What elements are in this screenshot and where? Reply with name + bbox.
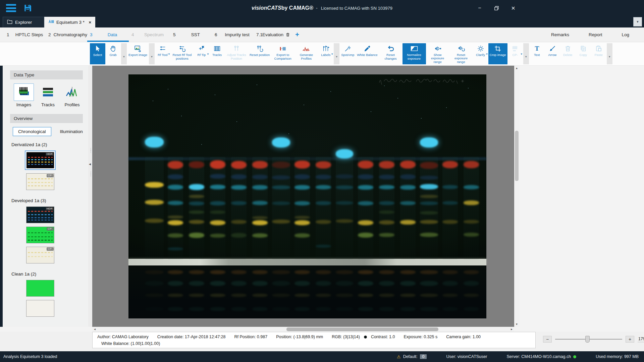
toolbar-button-labels[interactable]: Labels▼ [318,43,333,64]
toolbar-button-rf-tool[interactable]: Rf Tool▼ [155,43,170,64]
chevron-down-icon[interactable]: ▼ [331,53,333,56]
thumbnail[interactable]: HDR [25,150,56,170]
band [210,201,225,205]
close-button[interactable]: × [507,3,519,13]
toolbar-button-export-image[interactable]: Export image [127,43,149,64]
zoom-out-button[interactable]: − [543,336,552,343]
thumbnail[interactable]: CP- [26,247,54,263]
toolbar-overflow-dropdown[interactable]: ▼ [121,43,127,64]
toolbar-button-clarify[interactable]: Clarify▼ [473,43,488,64]
data-type-profiles[interactable]: Profiles [61,83,83,107]
chevron-down-icon[interactable]: ▼ [168,53,170,56]
thumbnail[interactable] [26,280,54,297]
band [145,281,164,286]
toolbar-button-export-to-comparison[interactable]: Export to Comparison [271,43,294,64]
toolbar-button-cp: CP-▼ [507,43,523,64]
horizontal-scroll-thumb[interactable] [286,327,438,331]
step-sst[interactable]: 5SST [170,27,212,42]
toolbar-overflow-dropdown[interactable]: ▼ [523,43,529,64]
thumbnail[interactable]: CP- [26,227,54,243]
thumbnail[interactable]: CP- [26,173,54,190]
folder-icon [7,19,12,25]
band [400,281,416,286]
toolbar-button-crop-image[interactable]: Crop image [488,43,507,64]
scroll-up-icon[interactable]: ▲ [514,66,519,71]
toolbar-button-tracks[interactable]: Tracks [209,43,225,64]
data-type-images[interactable]: Images [13,83,35,107]
link-remarks[interactable]: Remarks [551,32,569,37]
collapse-sidebar-icon[interactable]: ◄ [88,162,92,166]
band [272,185,290,189]
tab-close-icon[interactable]: × [89,20,91,25]
band [189,281,204,286]
toolbar-button-reset-position[interactable]: Reset position [248,43,271,64]
step-impurity-test[interactable]: 6Impurity test [212,27,254,42]
speckle [153,101,153,101]
minimize-button[interactable]: − [474,3,486,13]
toolbar-button-spotamp[interactable]: SpotAmp [340,43,356,64]
chevron-down-icon[interactable]: ▼ [207,53,209,56]
toolbar-button-reset-exposure-range[interactable]: Reset exposure range [449,43,473,64]
horizontal-scrollbar[interactable]: ◄ ► [92,327,514,332]
toolbar-button-select[interactable]: Select [90,43,105,64]
toolbar-button-reset-changes[interactable]: Reset changes [379,43,402,64]
overview-tab-chronological[interactable]: Chronological [13,127,51,136]
scroll-left-icon[interactable]: ◄ [92,327,97,332]
tlc-plate-image[interactable] [128,74,486,318]
band [210,220,225,225]
thumbnail[interactable]: HDR [26,206,54,223]
vertical-scrollbar[interactable]: ▲ ▼ [514,66,519,327]
toolbar-button-white-balance[interactable]: White Balance [356,43,379,64]
band [252,161,268,169]
toolbar-overflow-dropdown[interactable]: ▼ [334,43,339,64]
zoom-in-button[interactable]: + [626,336,634,343]
step-chromatography[interactable]: 2Chromatography [46,27,87,42]
zoom-slider[interactable] [555,339,622,340]
toolbar-button-grab[interactable]: Grab [105,43,121,64]
step-evaluation[interactable]: 7.1Evaluation [254,27,291,42]
delete-step-icon[interactable] [285,32,290,37]
band [420,211,438,215]
default-warnings[interactable]: ⚠ Default: 0 [397,354,427,359]
tab-document[interactable]: Equisetum 3 * × [44,17,95,27]
band [379,294,394,297]
tab-list-dropdown[interactable]: ▼ [633,17,642,26]
toolbar-overflow-dropdown[interactable]: ▼ [607,43,612,64]
step-spectrum[interactable]: 4Spectrum [129,27,170,42]
tab-explorer[interactable]: Explorer [3,17,44,27]
zoom-slider-thumb[interactable] [585,336,590,343]
toolbar-button-normalize-exposure[interactable]: Normalize exposure [402,43,426,64]
overview-tab-illumination[interactable]: Illumination [55,127,88,136]
toolbar-button-rf-tip[interactable]: Rf Tip▼ [194,43,209,64]
sidebar-splitter[interactable]: ⋮⋮ ◄ ⋮⋮ [88,66,92,327]
band [336,149,353,159]
toolbar-overflow-dropdown[interactable]: ▼ [149,43,155,64]
toolbar-button-reset-rf-tool-positions[interactable]: Reset Rf Tool positions [170,43,194,64]
toolbar-button-generate-profiles[interactable]: Generate Profiles [294,43,318,64]
band [168,247,183,250]
image-canvas[interactable] [92,66,514,327]
band [379,175,394,179]
scroll-down-icon[interactable]: ▼ [514,322,519,327]
chevron-down-icon[interactable]: ▼ [486,53,488,56]
maximize-button[interactable] [490,3,502,13]
vertical-scroll-thumb[interactable] [515,131,519,181]
main-area: Data Type ImagesTracksProfiles Overview … [0,66,644,327]
step-data[interactable]: 3Data [87,27,129,42]
add-step-button[interactable]: + [291,31,303,39]
step-hptlc-steps[interactable]: 1HPTLC Steps [4,27,46,42]
speckle [181,116,182,116]
band [420,233,438,237]
thumbnail[interactable] [26,300,54,317]
speckle [215,95,215,95]
chevron-down-icon[interactable]: ▼ [520,53,523,56]
band [272,175,290,180]
toolbar-button-show-exposure-range[interactable]: Show exposure range [426,43,449,64]
link-log[interactable]: Log [622,32,629,37]
zoom-level-dropdown[interactable]: 179%▼ [638,337,644,342]
toolbar-button-arrow[interactable]: Arrow [545,43,560,64]
scroll-right-icon[interactable]: ► [509,327,514,332]
link-report[interactable]: Report [589,32,602,37]
data-type-tracks[interactable]: Tracks [37,83,59,107]
toolbar-button-text[interactable]: TText [529,43,545,64]
